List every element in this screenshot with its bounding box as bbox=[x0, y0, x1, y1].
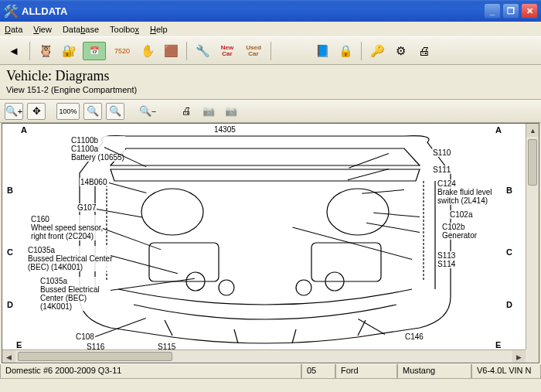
wrench-icon[interactable]: 🔧 bbox=[193, 42, 212, 60]
status-package: Domestic #6 2000-2009 Q3-11 bbox=[0, 364, 301, 379]
horizontal-scrollbar[interactable]: ◀ ▶ bbox=[2, 349, 526, 363]
zoom-in-button[interactable]: 🔍+ bbox=[5, 103, 23, 120]
main-toolbar: ◄ 🦉 🔐 📅 7520 ✋ 🟫 🔧 New Car Used Car 📘 🔒 … bbox=[0, 37, 541, 65]
scroll-thumb-v[interactable] bbox=[528, 139, 537, 186]
label-c1035a-2: C1035a Bussed Electrical Center (BEC) (1… bbox=[39, 277, 100, 311]
minimize-button[interactable]: _ bbox=[484, 3, 501, 19]
vehicle-title: Vehicle: Diagrams bbox=[6, 68, 535, 84]
tray-icon[interactable]: 🟫 bbox=[162, 42, 180, 60]
doc-print-button[interactable]: 🖨 bbox=[177, 103, 196, 120]
axis-d-r: D bbox=[506, 300, 512, 309]
keys-icon[interactable]: 🔑 bbox=[368, 42, 386, 60]
scroll-right-arrow[interactable]: ▶ bbox=[512, 350, 526, 363]
close-button[interactable]: ✕ bbox=[521, 3, 538, 19]
maximize-button[interactable]: ❐ bbox=[502, 3, 519, 19]
menu-database[interactable]: Database bbox=[63, 25, 99, 34]
svg-point-0 bbox=[141, 189, 203, 235]
scroll-corner bbox=[526, 349, 539, 363]
svg-point-7 bbox=[296, 280, 311, 295]
axis-c-l: C bbox=[7, 247, 13, 257]
label-c102a: C102a bbox=[449, 210, 473, 219]
scroll-thumb-h[interactable] bbox=[18, 352, 172, 361]
label-c1035a-1: C1035a Bussed Electrical Center (BEC) (1… bbox=[27, 246, 114, 271]
camera1-button[interactable]: 📷 bbox=[199, 103, 218, 120]
camera2-button[interactable]: 📷 bbox=[222, 103, 240, 120]
label-c1100: C1100b C1100a Battery (10655) bbox=[70, 136, 125, 162]
svg-point-5 bbox=[219, 280, 234, 295]
zoom-region-button[interactable]: 🔍 bbox=[83, 103, 102, 120]
label-c102b: C102b Generator bbox=[441, 223, 478, 240]
status-year: 05 bbox=[301, 364, 335, 379]
axis-b-r: B bbox=[506, 186, 512, 195]
title-bar: 🛠️ ALLDATA _ ❐ ✕ bbox=[0, 0, 541, 22]
label-c124: C124 Brake fluid level switch (2L414) bbox=[437, 179, 493, 205]
status-bar: Domestic #6 2000-2009 Q3-11 05 Ford Must… bbox=[0, 363, 541, 379]
scroll-left-arrow[interactable]: ◀ bbox=[2, 350, 15, 363]
label-c146: C146 bbox=[404, 332, 424, 341]
axis-d-l: D bbox=[7, 300, 13, 309]
code-button[interactable]: 7520 bbox=[111, 42, 134, 60]
back-button[interactable]: ◄ bbox=[5, 42, 23, 60]
scroll-up-arrow[interactable]: ▲ bbox=[526, 124, 539, 137]
newcar-button[interactable]: New Car bbox=[216, 42, 238, 60]
view-subtitle: View 151-2 (Engine Compartment) bbox=[6, 85, 535, 94]
label-g107: G107 bbox=[77, 203, 97, 212]
axis-c-r: C bbox=[506, 247, 512, 257]
calendar-button[interactable]: 📅 bbox=[83, 42, 106, 60]
label-c108: C108 bbox=[75, 332, 95, 341]
diagram-viewport[interactable]: A A B B C C D D E E 14305 C1100b C1100a … bbox=[2, 123, 539, 363]
menu-toolbox[interactable]: Toolbox bbox=[110, 25, 139, 34]
document-toolbar: 🔍+ ✥ 100% 🔍 🔍 🔍− 🖨 📷 📷 bbox=[0, 100, 541, 123]
menu-bar: Data View Database Toolbox Help bbox=[0, 22, 541, 37]
label-s110: S110 bbox=[432, 148, 451, 157]
safe-icon[interactable]: 🔐 bbox=[60, 42, 78, 60]
zoom-pct-button[interactable]: 100% bbox=[56, 103, 80, 120]
svg-point-1 bbox=[327, 189, 389, 235]
axis-a-top: A bbox=[21, 125, 27, 135]
zoom-out-button[interactable]: 🔍− bbox=[138, 103, 157, 120]
status-model: Mustang bbox=[397, 364, 471, 379]
label-s111: S111 bbox=[432, 165, 451, 174]
hand-icon[interactable]: ✋ bbox=[138, 42, 157, 60]
menu-help[interactable]: Help bbox=[150, 25, 168, 34]
axis-b-l: B bbox=[7, 186, 13, 195]
zoom-tool-button[interactable]: 🔍 bbox=[106, 103, 124, 120]
print-icon[interactable]: 🖨 bbox=[414, 42, 433, 60]
lock-icon[interactable]: 🔒 bbox=[336, 42, 355, 60]
label-14b060: 14B060 bbox=[80, 178, 107, 186]
page-header: Vehicle: Diagrams View 151-2 (Engine Com… bbox=[0, 65, 541, 100]
fit-button[interactable]: ✥ bbox=[27, 103, 46, 120]
vertical-scrollbar[interactable]: ▲ ▼ bbox=[526, 124, 539, 363]
status-make: Ford bbox=[335, 364, 397, 379]
menu-data[interactable]: Data bbox=[5, 25, 22, 34]
app-icon: 🛠️ bbox=[3, 4, 19, 19]
status-engine: V6-4.0L VIN N bbox=[471, 364, 541, 379]
window-title: ALLDATA bbox=[22, 5, 484, 17]
axis-e-l: E bbox=[16, 340, 22, 349]
label-c160: C160 Wheel speed sensor, right front (2C… bbox=[30, 215, 104, 240]
gear-icon[interactable]: ⚙ bbox=[391, 42, 410, 60]
book-icon[interactable]: 📘 bbox=[313, 42, 332, 60]
owl-icon[interactable]: 🦉 bbox=[36, 42, 55, 60]
label-s113: S113 S114 bbox=[437, 251, 456, 268]
usedcar-button[interactable]: Used Car bbox=[243, 42, 264, 60]
menu-view[interactable]: View bbox=[33, 25, 52, 34]
